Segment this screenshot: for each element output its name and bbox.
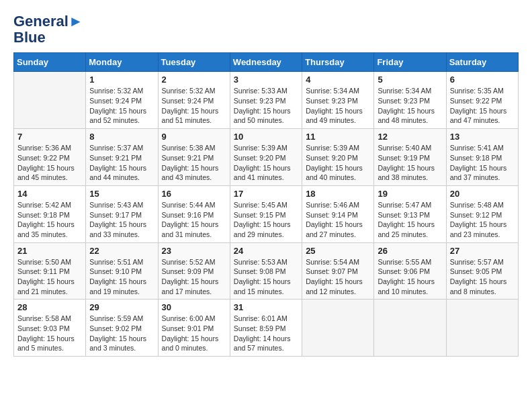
day-info: Sunrise: 5:36 AM Sunset: 9:22 PM Dayligh… (17, 143, 82, 183)
day-info: Sunrise: 5:32 AM Sunset: 9:24 PM Dayligh… (89, 86, 154, 126)
day-info: Sunrise: 5:39 AM Sunset: 9:20 PM Dayligh… (234, 143, 298, 183)
day-number: 15 (89, 189, 154, 199)
day-number: 6 (450, 75, 515, 85)
day-cell: 4Sunrise: 5:34 AM Sunset: 9:23 PM Daylig… (302, 72, 374, 129)
day-info: Sunrise: 5:57 AM Sunset: 9:05 PM Dayligh… (450, 257, 515, 297)
header-cell-monday: Monday (86, 53, 158, 72)
day-number: 19 (378, 189, 442, 199)
header-cell-thursday: Thursday (302, 53, 374, 72)
day-info: Sunrise: 5:45 AM Sunset: 9:15 PM Dayligh… (234, 200, 298, 240)
day-cell: 1Sunrise: 5:32 AM Sunset: 9:24 PM Daylig… (86, 72, 158, 129)
day-number: 20 (450, 189, 515, 199)
day-cell: 30Sunrise: 6:00 AM Sunset: 9:01 PM Dayli… (158, 300, 230, 357)
day-info: Sunrise: 5:55 AM Sunset: 9:06 PM Dayligh… (378, 257, 442, 297)
day-cell: 22Sunrise: 5:51 AM Sunset: 9:10 PM Dayli… (86, 242, 158, 300)
day-number: 18 (306, 189, 370, 199)
day-cell: 11Sunrise: 5:39 AM Sunset: 9:20 PM Dayli… (302, 129, 374, 186)
day-cell: 7Sunrise: 5:36 AM Sunset: 9:22 PM Daylig… (14, 129, 86, 186)
day-info: Sunrise: 5:47 AM Sunset: 9:13 PM Dayligh… (378, 200, 442, 240)
day-info: Sunrise: 6:00 AM Sunset: 9:01 PM Dayligh… (162, 314, 226, 353)
day-number: 24 (234, 246, 298, 256)
day-number: 1 (89, 75, 154, 85)
day-cell: 9Sunrise: 5:38 AM Sunset: 9:21 PM Daylig… (158, 129, 230, 186)
day-cell: 21Sunrise: 5:50 AM Sunset: 9:11 PM Dayli… (14, 242, 86, 300)
day-number: 13 (450, 132, 515, 142)
day-info: Sunrise: 5:37 AM Sunset: 9:21 PM Dayligh… (89, 143, 154, 183)
day-info: Sunrise: 5:43 AM Sunset: 9:17 PM Dayligh… (89, 200, 154, 240)
week-row-4: 21Sunrise: 5:50 AM Sunset: 9:11 PM Dayli… (14, 242, 519, 300)
day-cell: 13Sunrise: 5:41 AM Sunset: 9:18 PM Dayli… (446, 129, 518, 186)
header-row: SundayMondayTuesdayWednesdayThursdayFrid… (14, 53, 519, 72)
day-info: Sunrise: 5:35 AM Sunset: 9:22 PM Dayligh… (450, 86, 515, 126)
day-info: Sunrise: 5:54 AM Sunset: 9:07 PM Dayligh… (306, 257, 370, 297)
day-number: 11 (306, 132, 370, 142)
day-info: Sunrise: 5:32 AM Sunset: 9:24 PM Dayligh… (162, 86, 226, 126)
day-number: 22 (89, 246, 154, 256)
day-cell: 8Sunrise: 5:37 AM Sunset: 9:21 PM Daylig… (86, 129, 158, 186)
day-number: 28 (17, 302, 82, 312)
day-cell: 2Sunrise: 5:32 AM Sunset: 9:24 PM Daylig… (158, 72, 230, 129)
day-number: 29 (89, 302, 154, 312)
day-cell: 6Sunrise: 5:35 AM Sunset: 9:22 PM Daylig… (446, 72, 518, 129)
week-row-3: 14Sunrise: 5:42 AM Sunset: 9:18 PM Dayli… (14, 185, 519, 242)
day-info: Sunrise: 5:52 AM Sunset: 9:09 PM Dayligh… (162, 257, 226, 297)
day-info: Sunrise: 5:34 AM Sunset: 9:23 PM Dayligh… (378, 86, 442, 126)
day-info: Sunrise: 5:39 AM Sunset: 9:20 PM Dayligh… (306, 143, 370, 183)
week-row-5: 28Sunrise: 5:58 AM Sunset: 9:03 PM Dayli… (14, 300, 519, 357)
day-cell: 26Sunrise: 5:55 AM Sunset: 9:06 PM Dayli… (374, 242, 446, 300)
day-cell: 19Sunrise: 5:47 AM Sunset: 9:13 PM Dayli… (374, 185, 446, 242)
header-cell-sunday: Sunday (14, 53, 86, 72)
day-number: 7 (17, 132, 82, 142)
day-cell: 20Sunrise: 5:48 AM Sunset: 9:12 PM Dayli… (446, 185, 518, 242)
day-cell: 29Sunrise: 5:59 AM Sunset: 9:02 PM Dayli… (86, 300, 158, 357)
day-cell (374, 300, 446, 357)
day-number: 3 (234, 75, 298, 85)
day-info: Sunrise: 5:51 AM Sunset: 9:10 PM Dayligh… (89, 257, 154, 297)
header-cell-saturday: Saturday (446, 53, 518, 72)
header-cell-tuesday: Tuesday (158, 53, 230, 72)
day-number: 2 (162, 75, 226, 85)
logo: General►Blue (13, 13, 83, 46)
day-cell: 5Sunrise: 5:34 AM Sunset: 9:23 PM Daylig… (374, 72, 446, 129)
week-row-1: 1Sunrise: 5:32 AM Sunset: 9:24 PM Daylig… (14, 72, 519, 129)
day-cell: 17Sunrise: 5:45 AM Sunset: 9:15 PM Dayli… (230, 185, 302, 242)
day-number: 21 (17, 246, 82, 256)
day-cell: 10Sunrise: 5:39 AM Sunset: 9:20 PM Dayli… (230, 129, 302, 186)
day-number: 9 (162, 132, 226, 142)
day-cell: 28Sunrise: 5:58 AM Sunset: 9:03 PM Dayli… (14, 300, 86, 357)
day-number: 12 (378, 132, 442, 142)
day-cell: 25Sunrise: 5:54 AM Sunset: 9:07 PM Dayli… (302, 242, 374, 300)
week-row-2: 7Sunrise: 5:36 AM Sunset: 9:22 PM Daylig… (14, 129, 519, 186)
day-number: 16 (162, 189, 226, 199)
day-info: Sunrise: 5:38 AM Sunset: 9:21 PM Dayligh… (162, 143, 226, 183)
day-info: Sunrise: 5:34 AM Sunset: 9:23 PM Dayligh… (306, 86, 370, 126)
day-info: Sunrise: 5:53 AM Sunset: 9:08 PM Dayligh… (234, 257, 298, 297)
header-cell-wednesday: Wednesday (230, 53, 302, 72)
day-info: Sunrise: 5:48 AM Sunset: 9:12 PM Dayligh… (450, 200, 515, 240)
day-info: Sunrise: 5:33 AM Sunset: 9:23 PM Dayligh… (234, 86, 298, 126)
header-cell-friday: Friday (374, 53, 446, 72)
day-number: 14 (17, 189, 82, 199)
calendar-table: SundayMondayTuesdayWednesdayThursdayFrid… (13, 52, 519, 357)
day-cell: 3Sunrise: 5:33 AM Sunset: 9:23 PM Daylig… (230, 72, 302, 129)
logo-text: General►Blue (13, 13, 83, 46)
day-info: Sunrise: 5:40 AM Sunset: 9:19 PM Dayligh… (378, 143, 442, 183)
day-number: 5 (378, 75, 442, 85)
day-cell: 18Sunrise: 5:46 AM Sunset: 9:14 PM Dayli… (302, 185, 374, 242)
day-cell: 27Sunrise: 5:57 AM Sunset: 9:05 PM Dayli… (446, 242, 518, 300)
day-cell (14, 72, 86, 129)
day-number: 23 (162, 246, 226, 256)
page-header: General►Blue (13, 13, 519, 46)
day-cell (446, 300, 518, 357)
day-cell: 15Sunrise: 5:43 AM Sunset: 9:17 PM Dayli… (86, 185, 158, 242)
day-number: 8 (89, 132, 154, 142)
day-cell: 14Sunrise: 5:42 AM Sunset: 9:18 PM Dayli… (14, 185, 86, 242)
day-cell: 23Sunrise: 5:52 AM Sunset: 9:09 PM Dayli… (158, 242, 230, 300)
day-number: 30 (162, 302, 226, 312)
calendar-body: 1Sunrise: 5:32 AM Sunset: 9:24 PM Daylig… (14, 72, 519, 357)
day-info: Sunrise: 6:01 AM Sunset: 8:59 PM Dayligh… (234, 314, 298, 353)
day-info: Sunrise: 5:41 AM Sunset: 9:18 PM Dayligh… (450, 143, 515, 183)
day-cell: 16Sunrise: 5:44 AM Sunset: 9:16 PM Dayli… (158, 185, 230, 242)
day-info: Sunrise: 5:50 AM Sunset: 9:11 PM Dayligh… (17, 257, 82, 297)
day-number: 31 (234, 302, 298, 312)
